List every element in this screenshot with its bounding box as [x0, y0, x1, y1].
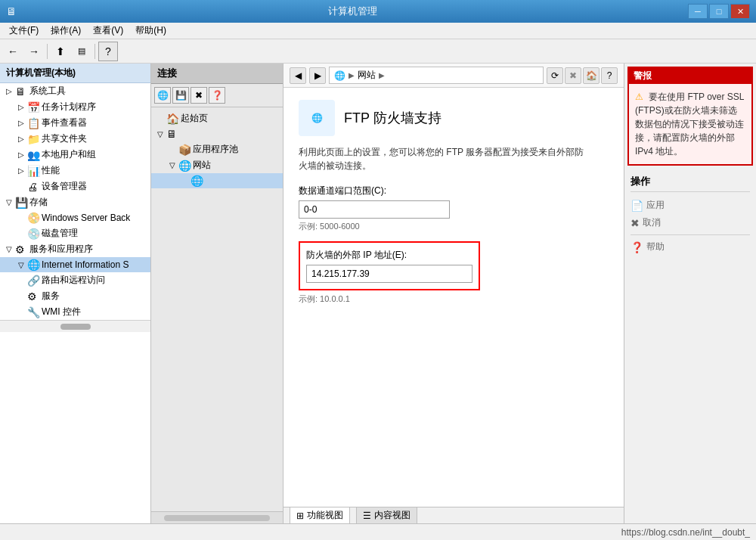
sidebar-item-services[interactable]: ▷ ⚙ 服务	[0, 288, 150, 304]
breadcrumb-arrow-2: ▶	[379, 71, 385, 79]
sidebar-item-windows-server-backup[interactable]: ▷ 📀 Windows Server Back	[0, 210, 150, 225]
nav-back-button[interactable]: ◀	[290, 67, 306, 84]
services-icon: ⚙	[27, 290, 39, 303]
sidebar-label-storage: 存储	[29, 196, 48, 209]
firewall-ip-hint: 示例: 10.0.0.1	[299, 293, 609, 305]
conn-disconnect-button[interactable]: ✖	[191, 87, 207, 104]
sidebar-label-disk-mgmt: 磁盘管理	[42, 227, 78, 240]
sidebar-item-event-viewer[interactable]: ▷ 📋 事件查看器	[0, 115, 150, 131]
sidebar-label-shared-folders: 共享文件夹	[42, 132, 87, 145]
status-bar: https://blog.csdn.ne/int__doubt_	[0, 523, 756, 540]
sidebar-label-wmi: WMI 控件	[42, 306, 81, 318]
footer-tab-content-view[interactable]: ☰ 内容视图	[356, 507, 417, 524]
connection-header: 连接	[151, 64, 283, 84]
sidebar-item-system-tools[interactable]: ▷ 🖥 系统工具	[0, 83, 150, 99]
sidebar-label-routing: 路由和远程访问	[42, 274, 105, 287]
alert-header: 警报	[629, 68, 751, 84]
conn-tree-websites[interactable]: ▽ 🌐 网站	[151, 157, 283, 173]
sidebar-item-device-manager[interactable]: ▷ 🖨 设备管理器	[0, 178, 150, 194]
operations-header: 操作	[631, 175, 750, 192]
ops-help-item[interactable]: ❓ 帮助	[631, 238, 750, 256]
breadcrumb-refresh-button[interactable]: ⟳	[547, 67, 563, 84]
conn-tree-apppool[interactable]: ▷ 📦 应用程序池	[151, 141, 283, 157]
expand-local-users[interactable]: ▷	[15, 151, 27, 159]
expand-conn-websites[interactable]: ▽	[166, 161, 178, 169]
menu-help[interactable]: 帮助(H)	[129, 23, 172, 39]
forward-button[interactable]: →	[24, 42, 44, 61]
breadcrumb-home-button[interactable]: 🏠	[583, 67, 600, 84]
toolbar-separator-1	[47, 44, 48, 59]
sidebar-item-disk-management[interactable]: ▷ 💿 磁盘管理	[0, 225, 150, 241]
expand-event-viewer[interactable]: ▷	[15, 119, 27, 127]
sidebar-label-event-viewer: 事件查看器	[42, 116, 87, 129]
help-button[interactable]: ?	[98, 42, 118, 61]
sidebar-item-routing[interactable]: ▷ 🔗 路由和远程访问	[0, 272, 150, 288]
conn-save-button[interactable]: 💾	[172, 87, 189, 104]
breadcrumb-bar: ◀ ▶ 🌐 ▶ 网站 ▶ ⟳ ✖ 🏠 ?	[284, 64, 624, 88]
connection-tree: ▷ 🏠 起始页 ▽ 🖥 ▷ 📦 应用程序池 ▽ 🌐 网站 ▷ 🌐	[151, 107, 283, 511]
sidebar-scrollbar[interactable]	[0, 320, 150, 332]
maximize-button[interactable]: □	[709, 4, 729, 19]
breadcrumb-help-button[interactable]: ?	[601, 67, 618, 84]
breadcrumb-stop-button[interactable]: ✖	[565, 67, 581, 84]
event-viewer-icon: 📋	[27, 117, 39, 129]
firewall-ip-group: 防火墙的外部 IP 地址(E):	[299, 241, 480, 290]
expand-services-apps[interactable]: ▽	[3, 245, 15, 253]
breadcrumb-actions: ⟳ ✖ 🏠 ?	[547, 67, 618, 84]
sidebar-item-shared-folders[interactable]: ▷ 📁 共享文件夹	[0, 131, 150, 147]
expand-conn-server[interactable]: ▽	[154, 130, 166, 138]
footer-tab-function-view[interactable]: ⊞ 功能视图	[290, 507, 350, 524]
expand-performance[interactable]: ▷	[15, 166, 27, 175]
firewall-ip-label: 防火墙的外部 IP 地址(E):	[306, 249, 472, 262]
content-main: 🌐 FTP 防火墙支持 利用此页面上的设置，您可以将您的 FTP 服务器配置为接…	[284, 88, 624, 507]
alert-content: ⚠ 要在使用 FTP over SSL (FTPS)或在防火墙未筛选数据包的情况…	[635, 90, 745, 158]
expand-shared-folders[interactable]: ▷	[15, 135, 27, 143]
sidebar-item-task-scheduler[interactable]: ▷ 📅 任务计划程序	[0, 99, 150, 115]
expand-task-scheduler[interactable]: ▷	[15, 103, 27, 111]
sidebar-item-local-users[interactable]: ▷ 👥 本地用户和组	[0, 147, 150, 163]
conn-tree-site[interactable]: ▷ 🌐	[151, 173, 283, 188]
page-title: FTP 防火墙支持	[344, 109, 442, 127]
ops-cancel-item[interactable]: ✖ 取消	[631, 214, 750, 231]
conn-site-icon: 🌐	[191, 175, 203, 187]
firewall-ip-input[interactable]	[306, 265, 472, 283]
conn-globe-button[interactable]: 🌐	[154, 87, 171, 104]
conn-scrollbar[interactable]	[151, 511, 283, 523]
expand-iis[interactable]: ▽	[15, 261, 27, 269]
conn-tree-home[interactable]: ▷ 🏠 起始页	[151, 110, 283, 126]
sidebar-header: 计算机管理(本地)	[0, 64, 150, 83]
expand-storage[interactable]: ▽	[3, 198, 15, 206]
minimize-button[interactable]: ─	[688, 4, 708, 19]
data-range-group: 数据通道端口范围(C): 示例: 5000-6000	[299, 185, 609, 232]
sidebar-item-performance[interactable]: ▷ 📊 性能	[0, 163, 150, 178]
performance-icon: 📊	[27, 165, 39, 177]
menu-file[interactable]: 文件(F)	[3, 23, 45, 39]
title-bar-controls: ─ □ ✕	[688, 4, 750, 19]
sidebar-item-storage[interactable]: ▽ 💾 存储	[0, 194, 150, 210]
routing-icon: 🔗	[27, 275, 39, 287]
operations-panel: 操作 📄 应用 ✖ 取消 ❓ 帮助	[624, 169, 756, 262]
iis-icon: 🌐	[27, 259, 39, 271]
sidebar-item-services-apps[interactable]: ▽ ⚙ 服务和应用程序	[0, 241, 150, 257]
sidebar-label-local-users: 本地用户和组	[42, 148, 96, 161]
conn-tree-server[interactable]: ▽ 🖥	[151, 126, 283, 141]
sidebar-label-performance: 性能	[42, 164, 60, 177]
close-button[interactable]: ✕	[730, 4, 750, 19]
menu-action[interactable]: 操作(A)	[45, 23, 87, 39]
sidebar-item-iis[interactable]: ▽ 🌐 Internet Information S	[0, 257, 150, 272]
back-button[interactable]: ←	[3, 42, 23, 61]
ops-help-label: 帮助	[646, 241, 665, 253]
conn-help-button[interactable]: ❓	[209, 87, 225, 104]
nav-forward-button[interactable]: ▶	[309, 67, 326, 84]
show-hide-button[interactable]: ▤	[72, 42, 91, 61]
data-range-input[interactable]	[299, 200, 450, 219]
up-button[interactable]: ⬆	[51, 42, 70, 61]
storage-icon: 💾	[15, 197, 27, 209]
sidebar-item-wmi[interactable]: ▷ 🔧 WMI 控件	[0, 304, 150, 320]
conn-apppool-icon: 📦	[178, 144, 191, 156]
services-apps-icon: ⚙	[15, 244, 27, 256]
task-scheduler-icon: 📅	[27, 101, 39, 113]
expand-system-tools[interactable]: ▷	[3, 87, 15, 95]
menu-view[interactable]: 查看(V)	[87, 23, 129, 39]
ops-apply-item[interactable]: 📄 应用	[631, 197, 750, 214]
